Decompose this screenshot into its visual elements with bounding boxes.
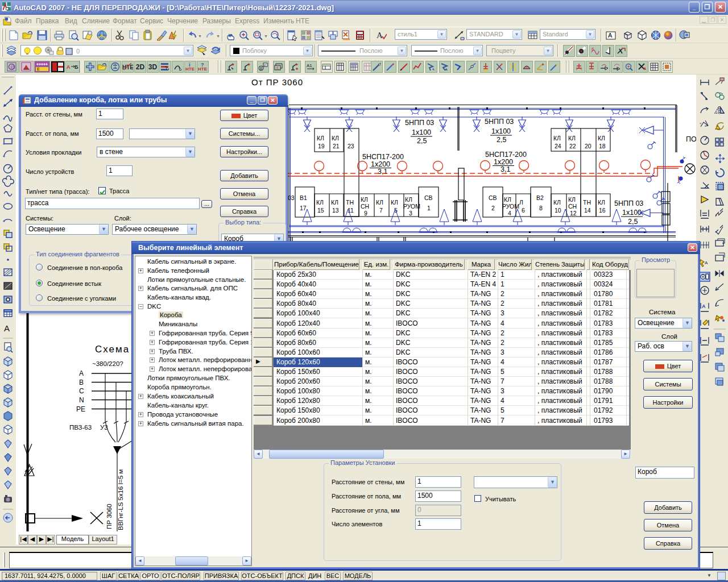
svg-text:Схема: Схема [95, 344, 130, 355]
svg-text:2: 2 [491, 205, 495, 211]
svg-text:КЛ: КЛ [568, 196, 576, 203]
svg-text:ПР 3060: ПР 3060 [106, 504, 113, 529]
svg-text:19: 19 [318, 143, 325, 149]
svg-text:2,5: 2,5 [497, 136, 506, 144]
svg-text:КЛ: КЛ [553, 199, 561, 206]
svg-text:E: E [37, 67, 40, 71]
svg-text:РУОМ: РУОМ [403, 203, 420, 210]
svg-text:В: В [79, 379, 84, 386]
svg-text:15: 15 [317, 207, 324, 214]
svg-text:КЛ: КЛ [553, 135, 561, 142]
svg-text:9: 9 [364, 210, 367, 217]
svg-text:РЕ: РЕ [76, 405, 85, 413]
svg-text:×: × [700, 122, 702, 125]
svg-text:1x100: 1x100 [622, 209, 642, 217]
svg-text:СВ: СВ [489, 194, 497, 201]
svg-text:ТН: ТН [583, 199, 591, 206]
svg-text:3,1: 3,1 [500, 165, 510, 173]
svg-text:E: E [276, 66, 279, 70]
svg-text:1: 1 [427, 205, 431, 211]
svg-text:17: 17 [300, 205, 307, 211]
svg-text:?: ? [201, 62, 204, 68]
svg-text:КЛ: КЛ [568, 135, 576, 142]
svg-text:СВ: СВ [424, 194, 433, 201]
svg-text:РУОМ: РУОМ [502, 203, 519, 210]
svg-text:6: 6 [522, 207, 525, 214]
svg-text:КЛ: КЛ [405, 196, 412, 203]
svg-text:A: A [705, 260, 708, 265]
svg-text:22: 22 [569, 143, 576, 149]
svg-text:5НСП17-200: 5НСП17-200 [485, 151, 527, 159]
svg-text:5НСП17-200: 5НСП17-200 [362, 153, 404, 161]
svg-text:1x100: 1x100 [491, 127, 511, 135]
svg-text:3: 3 [409, 210, 412, 217]
svg-text:У3: У3 [100, 424, 108, 431]
svg-text:1x200: 1x200 [371, 160, 390, 168]
svg-text:СН: СН [361, 203, 369, 210]
svg-text:В1: В1 [300, 194, 307, 201]
svg-text:3,1: 3,1 [378, 168, 387, 176]
svg-text:СН: СН [568, 203, 577, 210]
svg-text:5НПП 03: 5НПП 03 [614, 199, 643, 207]
svg-text:КЛ: КЛ [391, 199, 398, 206]
svg-text:ТН: ТН [346, 199, 354, 206]
svg-text:03: 03 [288, 194, 295, 201]
svg-text:13: 13 [332, 207, 339, 214]
svg-text:10: 10 [555, 207, 561, 214]
svg-text:От ПР 3060: От ПР 3060 [251, 77, 303, 87]
svg-text:5НПП 03: 5НПП 03 [485, 118, 514, 126]
svg-text:2,5: 2,5 [628, 218, 638, 226]
svg-text:Л: Л [519, 199, 523, 206]
svg-text:A: A [67, 64, 71, 70]
svg-text:1x200: 1x200 [494, 158, 513, 166]
svg-text:5НПП 03: 5НПП 03 [405, 119, 434, 127]
svg-text:N: N [79, 396, 84, 404]
svg-text:8: 8 [539, 205, 543, 211]
svg-text:б: б [592, 47, 594, 51]
svg-text:КЛ: КЛ [361, 196, 368, 203]
svg-text:@: @ [10, 64, 15, 70]
svg-text:КЛ: КЛ [504, 196, 511, 203]
svg-text:КЛ: КЛ [317, 135, 324, 142]
svg-text:ПО: ПО [686, 135, 696, 143]
svg-text:В2: В2 [536, 194, 544, 201]
svg-text:КЛ: КЛ [331, 199, 338, 206]
svg-text:ВВГнг-LS 5x16 l=5 м: ВВГнг-LS 5x16 l=5 м [117, 469, 124, 530]
svg-text:4: 4 [508, 210, 511, 217]
svg-text:A: A [608, 32, 613, 39]
svg-text:0: 0 [76, 48, 80, 55]
svg-text:С: С [79, 387, 84, 395]
svg-text:18: 18 [599, 143, 606, 149]
svg-text:i: i [189, 62, 191, 68]
svg-text:2,5: 2,5 [417, 137, 427, 145]
svg-text:КЛ: КЛ [598, 135, 605, 142]
svg-text:23: 23 [348, 143, 354, 149]
svg-text:A: A [702, 304, 706, 309]
svg-text:КЛ: КЛ [598, 199, 605, 206]
svg-text:1x100: 1x100 [412, 128, 431, 136]
svg-text:8: 8 [260, 66, 262, 70]
svg-text:P: P [264, 64, 266, 67]
svg-text:ПВЗ-63: ПВЗ-63 [69, 424, 92, 431]
svg-text:КЛ: КЛ [316, 199, 324, 206]
svg-text:12: 12 [570, 210, 577, 217]
svg-text:20: 20 [585, 143, 592, 149]
svg-text:14: 14 [584, 207, 591, 214]
svg-text:24: 24 [555, 143, 561, 149]
svg-text:А1: А1 [307, 63, 312, 68]
svg-text:A: A [4, 323, 10, 333]
svg-text:16: 16 [599, 207, 606, 214]
svg-text:7: 7 [379, 207, 383, 214]
svg-text:А: А [79, 369, 84, 377]
svg-text:КЛ: КЛ [376, 199, 383, 206]
svg-text:A: A [377, 31, 383, 40]
svg-text:КЛ: КЛ [332, 135, 339, 142]
svg-text:21: 21 [333, 143, 340, 149]
svg-text:~380/220?: ~380/220? [92, 360, 123, 367]
svg-text:Б: Б [75, 64, 78, 70]
